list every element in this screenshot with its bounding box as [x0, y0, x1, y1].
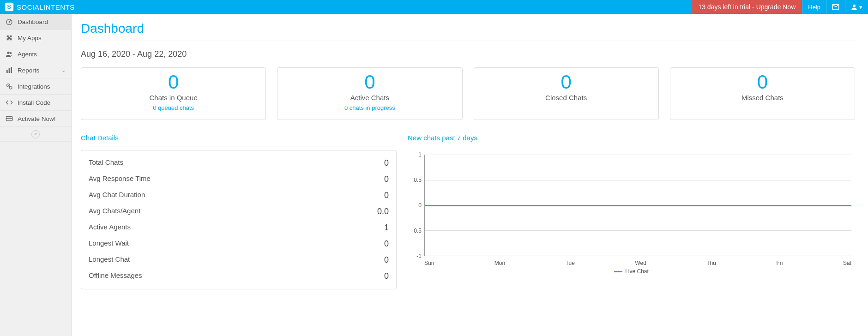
sidebar: Dashboard My Apps Agents Reports ⌄ Integ…: [0, 14, 72, 336]
svg-rect-9: [11, 67, 12, 73]
svg-point-5: [7, 52, 9, 54]
barchart-icon: [6, 66, 13, 74]
svg-point-6: [10, 52, 12, 54]
card-label: Closed Chats: [479, 94, 654, 102]
row-label: Total Chats: [89, 158, 123, 168]
row-label: Longest Chat: [89, 255, 130, 265]
mail-icon[interactable]: [826, 0, 845, 14]
row-value: 1: [384, 223, 389, 233]
svg-rect-15: [6, 118, 12, 119]
y-tick: -1: [416, 253, 422, 259]
table-row: Longest Chat0: [89, 252, 389, 268]
y-tick: -0.5: [412, 228, 422, 234]
x-tick: Sun: [424, 260, 434, 266]
chart-title: New chats past 7 days: [408, 134, 855, 142]
sidebar-label: Activate Now!: [18, 115, 56, 122]
row-value: 0: [384, 271, 389, 281]
sidebar-label: Integrations: [18, 83, 50, 90]
x-tick: Mon: [494, 260, 505, 266]
date-range: Aug 16, 2020 - Aug 22, 2020: [81, 49, 855, 59]
sidebar-item-agents[interactable]: Agents: [0, 46, 71, 62]
x-tick: Thu: [706, 260, 716, 266]
svg-point-2: [853, 5, 856, 7]
table-row: Active Agents1: [89, 220, 389, 236]
card-value: 0: [479, 72, 654, 92]
help-button[interactable]: Help: [802, 0, 826, 14]
svg-point-13: [11, 88, 11, 88]
series-live-chat: [425, 205, 851, 206]
table-row: Offline Messages0: [89, 268, 389, 284]
chat-details-title: Chat Details: [81, 134, 397, 142]
svg-point-4: [9, 21, 10, 23]
page-title: Dashboard: [81, 21, 855, 41]
sidebar-item-activate[interactable]: Activate Now!: [0, 111, 71, 127]
x-tick: Fri: [776, 260, 783, 266]
sidebar-item-myapps[interactable]: My Apps: [0, 30, 71, 46]
brand-logo[interactable]: S SOCIALINTENTS: [0, 0, 79, 14]
topbar: S SOCIALINTENTS 13 days left in trial - …: [0, 0, 868, 14]
y-tick: 0.5: [414, 177, 422, 183]
row-label: Offline Messages: [89, 271, 142, 281]
users-icon: [6, 50, 13, 58]
row-value: 0.0: [377, 207, 389, 216]
sidebar-label: Reports: [18, 67, 39, 74]
x-tick: Sat: [843, 260, 851, 266]
y-tick: 0: [418, 202, 422, 209]
svg-text:S: S: [7, 3, 11, 10]
chat-details-table: Total Chats0 Avg Response Time0 Avg Chat…: [81, 150, 397, 289]
row-value: 0: [384, 158, 389, 168]
svg-rect-8: [9, 68, 10, 73]
card-value: 0: [282, 72, 457, 92]
card-sublink[interactable]: 0 chats in progress: [282, 104, 457, 111]
table-row: Avg Chats/Agent0.0: [89, 204, 389, 220]
main-content: Dashboard Aug 16, 2020 - Aug 22, 2020 0 …: [72, 14, 868, 336]
sidebar-label: My Apps: [18, 35, 42, 42]
card-label: Chats in Queue: [86, 94, 261, 102]
stat-cards: 0 Chats in Queue 0 queued chats 0 Active…: [81, 67, 855, 120]
table-row: Total Chats0: [89, 155, 389, 171]
caret-down-icon: ▾: [859, 4, 862, 11]
table-row: Longest Wait0: [89, 236, 389, 252]
row-value: 0: [384, 191, 389, 200]
chevron-left-icon: «: [31, 130, 40, 138]
svg-point-12: [8, 85, 9, 86]
row-label: Avg Chat Duration: [89, 191, 145, 200]
card-chats-in-queue: 0 Chats in Queue 0 queued chats: [81, 67, 266, 120]
user-menu[interactable]: ▾: [845, 0, 868, 14]
row-value: 0: [384, 174, 389, 184]
card-missed-chats: 0 Missed Chats: [670, 67, 855, 120]
sidebar-label: Agents: [18, 51, 37, 58]
sidebar-item-reports[interactable]: Reports ⌄: [0, 62, 71, 78]
legend: Live Chat: [408, 268, 855, 275]
row-value: 0: [384, 239, 389, 249]
table-row: Avg Chat Duration0: [89, 187, 389, 204]
card-label: Missed Chats: [675, 94, 850, 102]
sidebar-label: Install Code: [18, 99, 50, 106]
row-label: Longest Wait: [89, 239, 129, 249]
sidebar-item-dashboard[interactable]: Dashboard: [0, 14, 71, 30]
card-closed-chats: 0 Closed Chats: [474, 67, 659, 120]
card-value: 0: [675, 72, 850, 92]
code-icon: [6, 99, 13, 106]
sidebar-item-installcode[interactable]: Install Code: [0, 95, 71, 111]
svg-rect-7: [6, 70, 8, 73]
legend-label: Live Chat: [625, 268, 649, 275]
sidebar-item-integrations[interactable]: Integrations: [0, 78, 71, 95]
row-label: Avg Chats/Agent: [89, 207, 140, 216]
brand-text: SOCIALINTENTS: [17, 3, 75, 11]
row-label: Avg Response Time: [89, 174, 151, 184]
chevron-down-icon: ⌄: [61, 67, 66, 73]
dashboard-icon: [6, 18, 13, 25]
upgrade-now-button[interactable]: 13 days left in trial - Upgrade Now: [692, 0, 802, 14]
sidebar-label: Dashboard: [18, 18, 48, 25]
y-tick: 1: [418, 151, 422, 158]
plot-area: [424, 155, 851, 256]
card-sublink[interactable]: 0 queued chats: [86, 104, 261, 111]
x-tick: Wed: [635, 260, 646, 266]
card-label: Active Chats: [282, 94, 457, 102]
card-value: 0: [86, 72, 261, 92]
collapse-sidebar[interactable]: «: [0, 127, 71, 142]
x-axis: Sun Mon Tue Wed Thu Fri Sat: [424, 260, 851, 266]
row-label: Active Agents: [89, 223, 131, 233]
puzzle-icon: [6, 34, 13, 42]
